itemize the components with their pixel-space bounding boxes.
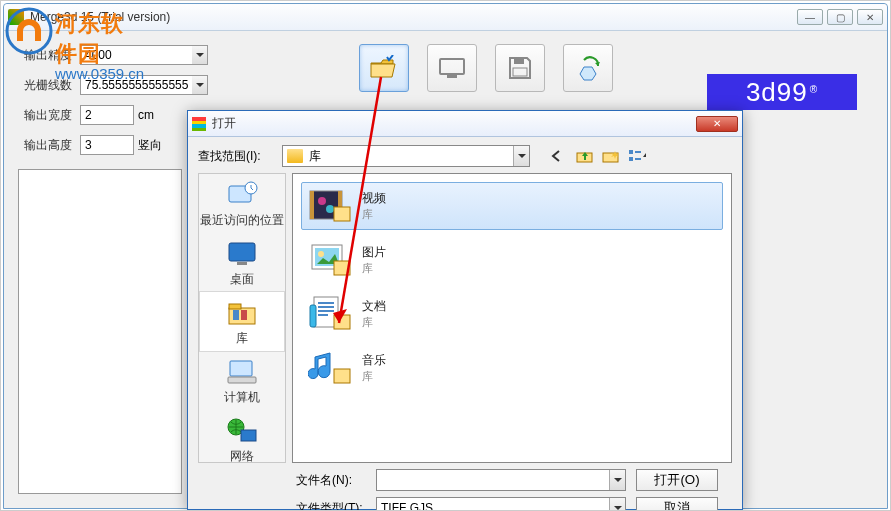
open-dialog: 打开 ✕ 查找范围(I): 库 最近访问的位置 (187, 110, 743, 510)
document-library-icon (308, 295, 352, 333)
folder-icon (287, 149, 303, 163)
svg-rect-9 (635, 151, 641, 153)
svg-rect-16 (229, 304, 241, 309)
list-item[interactable]: 文档 库 (301, 290, 723, 338)
filetype-combo[interactable]: TIFF GJS (376, 497, 626, 511)
lines-dropdown-button[interactable] (192, 75, 208, 95)
svg-rect-14 (237, 262, 247, 265)
place-desktop[interactable]: 桌面 (199, 233, 285, 292)
width-input[interactable] (80, 105, 134, 125)
lookin-label: 查找范围(I): (198, 148, 274, 165)
svg-rect-32 (334, 261, 350, 275)
file-list[interactable]: 视频 库 图片 库 文档 库 (292, 173, 732, 463)
svg-rect-17 (233, 310, 239, 320)
place-label: 网络 (199, 448, 285, 465)
precision-input[interactable] (80, 45, 192, 65)
svg-rect-0 (440, 59, 464, 74)
svg-rect-18 (241, 310, 247, 320)
svg-rect-24 (310, 191, 314, 219)
svg-rect-8 (629, 157, 633, 161)
brand-mark: ® (810, 84, 818, 95)
close-button[interactable]: ✕ (857, 9, 883, 25)
svg-rect-20 (228, 377, 256, 383)
recycle-icon (574, 54, 602, 82)
file-name: 音乐 (362, 352, 386, 369)
refresh-button[interactable] (563, 44, 613, 92)
place-label: 计算机 (199, 389, 285, 406)
svg-rect-22 (241, 430, 256, 441)
list-item[interactable]: 音乐 库 (301, 344, 723, 392)
file-sub: 库 (362, 369, 386, 384)
preview-canvas (18, 169, 182, 494)
filetype-drop-button[interactable] (609, 498, 625, 511)
lines-input[interactable] (80, 75, 192, 95)
width-label: 输出宽度 (14, 107, 72, 124)
lookin-drop-button[interactable] (513, 146, 529, 166)
library-icon (225, 298, 259, 328)
file-name: 文档 (362, 298, 386, 315)
height-input[interactable] (80, 135, 134, 155)
svg-rect-35 (334, 315, 350, 329)
title-bar: Merge3d 15 (Trial version) — ▢ ✕ (4, 4, 887, 31)
orientation-label: 竖向 (138, 137, 162, 154)
place-computer[interactable]: 计算机 (199, 351, 285, 410)
cancel-button[interactable]: 取消 (636, 497, 718, 511)
recent-icon (225, 180, 259, 210)
lines-label: 光栅线数 (14, 77, 72, 94)
file-sub: 库 (362, 207, 386, 222)
app-icon (8, 9, 24, 25)
svg-rect-10 (635, 158, 641, 160)
open-button[interactable]: 打开(O) (636, 469, 718, 491)
precision-dropdown-button[interactable] (192, 45, 208, 65)
place-network[interactable]: 网络 (199, 410, 285, 469)
place-label: 桌面 (199, 271, 285, 288)
file-sub: 库 (362, 315, 386, 330)
lookin-combo[interactable]: 库 (282, 145, 530, 167)
svg-rect-2 (514, 58, 524, 64)
place-recent[interactable]: 最近访问的位置 (199, 174, 285, 233)
file-name: 图片 (362, 244, 386, 261)
desktop-icon (225, 239, 259, 269)
places-bar: 最近访问的位置 桌面 库 计算机 网络 (198, 173, 286, 463)
back-icon[interactable] (550, 147, 568, 165)
dialog-title-bar: 打开 ✕ (188, 111, 742, 137)
picture-library-icon (308, 241, 352, 279)
view-menu-icon[interactable] (628, 147, 646, 165)
list-item[interactable]: 视频 库 (301, 182, 723, 230)
filename-combo[interactable] (376, 469, 626, 491)
open-file-button[interactable] (359, 44, 409, 92)
new-folder-icon[interactable] (602, 147, 620, 165)
network-icon (225, 416, 259, 446)
place-label: 最近访问的位置 (199, 212, 285, 229)
music-library-icon (308, 349, 352, 387)
dialog-close-button[interactable]: ✕ (696, 116, 738, 132)
minimize-button[interactable]: — (797, 9, 823, 25)
file-name: 视频 (362, 190, 386, 207)
file-sub: 库 (362, 261, 386, 276)
place-label: 库 (200, 330, 284, 347)
main-toolbar (359, 44, 613, 92)
width-unit: cm (138, 108, 154, 122)
filename-drop-button[interactable] (609, 470, 625, 490)
place-libraries[interactable]: 库 (199, 291, 285, 352)
svg-point-31 (318, 251, 324, 257)
svg-rect-19 (230, 361, 252, 376)
filetype-label: 文件类型(T): (296, 500, 366, 512)
monitor-button[interactable] (427, 44, 477, 92)
monitor-icon (438, 56, 466, 80)
brand-badge: 3d99® (707, 74, 857, 110)
up-folder-icon[interactable] (576, 147, 594, 165)
maximize-button[interactable]: ▢ (827, 9, 853, 25)
filename-label: 文件名(N): (296, 472, 366, 489)
svg-rect-3 (513, 68, 527, 76)
folder-open-icon (369, 55, 399, 81)
save-button[interactable] (495, 44, 545, 92)
list-item[interactable]: 图片 库 (301, 236, 723, 284)
height-label: 输出高度 (14, 137, 72, 154)
precision-label: 输出精度 (14, 47, 72, 64)
filetype-value: TIFF GJS (381, 501, 609, 511)
dialog-title: 打开 (212, 115, 696, 132)
lookin-value: 库 (309, 148, 513, 165)
svg-point-26 (318, 197, 326, 205)
svg-rect-34 (310, 305, 316, 327)
